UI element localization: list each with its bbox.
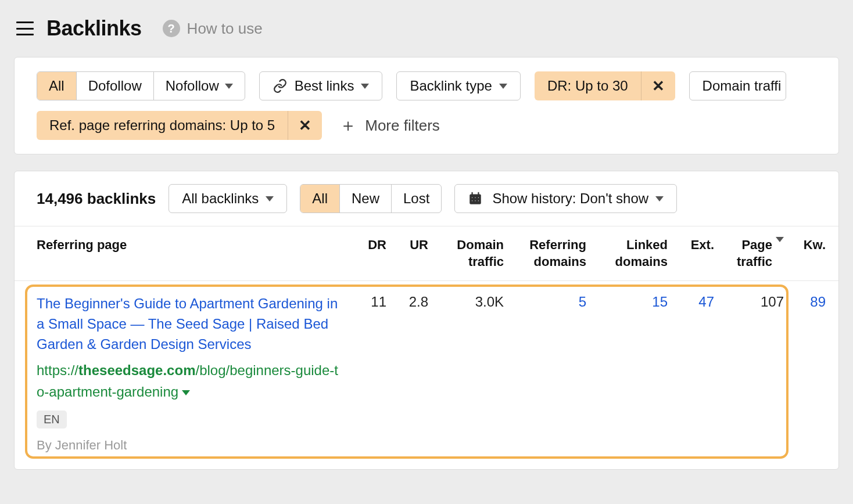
svg-rect-6 bbox=[478, 200, 479, 201]
col-kw[interactable]: Kw. bbox=[791, 226, 833, 280]
referring-page-title-link[interactable]: The Beginner's Guide to Apartment Garden… bbox=[37, 294, 340, 354]
filters-card: All Dofollow Nofollow Best links Backlin… bbox=[14, 57, 839, 154]
status-new-tab[interactable]: New bbox=[339, 185, 391, 213]
plus-icon: ＋ bbox=[339, 117, 357, 134]
dr-filter-label[interactable]: DR: Up to 30 bbox=[535, 71, 641, 100]
backlinks-table-card: 14,496 backlinks All backlinks All New L… bbox=[14, 171, 839, 470]
all-backlinks-label: All backlinks bbox=[182, 190, 259, 207]
follow-type-segmented: All Dofollow Nofollow bbox=[37, 71, 245, 100]
more-filters-label: More filters bbox=[365, 117, 440, 135]
follow-all-tab[interactable]: All bbox=[37, 72, 76, 100]
svg-rect-1 bbox=[471, 197, 473, 199]
close-icon: ✕ bbox=[299, 118, 311, 133]
best-links-filter[interactable]: Best links bbox=[259, 71, 383, 100]
language-badge: EN bbox=[37, 411, 67, 429]
status-lost-tab[interactable]: Lost bbox=[391, 185, 441, 213]
help-icon: ? bbox=[163, 20, 180, 37]
svg-rect-4 bbox=[471, 200, 473, 201]
author-byline: By Jennifer Holt bbox=[37, 438, 340, 453]
ref-domains-filter-label[interactable]: Ref. page referring domains: Up to 5 bbox=[37, 111, 288, 140]
more-filters-button[interactable]: ＋ More filters bbox=[336, 111, 443, 140]
cell-linked-domains[interactable]: 15 bbox=[593, 294, 675, 453]
page-title: Backlinks bbox=[46, 16, 142, 41]
follow-nofollow-tab[interactable]: Nofollow bbox=[153, 72, 245, 100]
col-page-traffic[interactable]: Page traffic bbox=[721, 226, 791, 280]
col-ur[interactable]: UR bbox=[393, 226, 435, 280]
cell-domain-traffic: 3.0K bbox=[435, 294, 511, 453]
close-icon: ✕ bbox=[652, 78, 665, 93]
chevron-down-icon bbox=[361, 84, 369, 89]
backlink-type-filter[interactable]: Backlink type bbox=[396, 71, 520, 100]
status-segmented: All New Lost bbox=[300, 184, 442, 213]
cell-dr: 11 bbox=[352, 294, 393, 453]
how-to-use-label: How to use bbox=[187, 20, 263, 38]
chevron-down-icon bbox=[266, 196, 274, 201]
cell-ur: 2.8 bbox=[393, 294, 435, 453]
sort-caret-icon bbox=[776, 237, 784, 242]
col-domain-traffic[interactable]: Domain traffic bbox=[435, 226, 511, 280]
chevron-down-icon bbox=[499, 84, 507, 89]
table-row: The Beginner's Guide to Apartment Garden… bbox=[15, 281, 838, 453]
svg-rect-5 bbox=[475, 200, 476, 201]
chevron-down-icon bbox=[655, 196, 664, 201]
show-history-dropdown[interactable]: Show history: Don't show bbox=[454, 184, 677, 213]
link-icon bbox=[273, 78, 288, 93]
status-all-tab[interactable]: All bbox=[300, 185, 339, 213]
cell-kw[interactable]: 89 bbox=[791, 294, 833, 453]
domain-traffic-filter-label: Domain traffi bbox=[703, 78, 782, 94]
menu-hamburger-icon[interactable] bbox=[16, 21, 34, 35]
col-ext[interactable]: Ext. bbox=[675, 226, 721, 280]
cell-page-traffic: 107 bbox=[721, 294, 791, 453]
col-dr[interactable]: DR bbox=[352, 226, 393, 280]
follow-dofollow-tab[interactable]: Dofollow bbox=[76, 72, 153, 100]
url-host: theseedsage.com bbox=[78, 362, 195, 378]
col-linked-domains[interactable]: Linked domains bbox=[593, 226, 675, 280]
svg-rect-2 bbox=[475, 197, 476, 199]
cell-ext[interactable]: 47 bbox=[675, 294, 721, 453]
ref-domains-filter-chip: Ref. page referring domains: Up to 5 ✕ bbox=[37, 111, 322, 140]
ref-domains-filter-remove-button[interactable]: ✕ bbox=[288, 111, 322, 140]
chevron-down-icon bbox=[225, 84, 233, 89]
dr-filter-remove-button[interactable]: ✕ bbox=[641, 71, 675, 100]
backlinks-count: 14,496 backlinks bbox=[37, 190, 156, 208]
col-referring-domains[interactable]: Referring domains bbox=[511, 226, 593, 280]
best-links-label: Best links bbox=[295, 78, 354, 94]
dr-filter-chip: DR: Up to 30 ✕ bbox=[535, 71, 675, 100]
url-prefix: https:// bbox=[37, 362, 78, 378]
all-backlinks-dropdown[interactable]: All backlinks bbox=[169, 184, 287, 213]
how-to-use-link[interactable]: ? How to use bbox=[163, 20, 263, 38]
domain-traffic-filter[interactable]: Domain traffi bbox=[689, 71, 787, 100]
backlink-type-label: Backlink type bbox=[410, 78, 492, 94]
cell-referring-domains[interactable]: 5 bbox=[511, 294, 593, 453]
svg-rect-3 bbox=[478, 197, 479, 199]
table-header: Referring page DR UR Domain traffic Refe… bbox=[15, 226, 838, 281]
col-page-traffic-label: Page traffic bbox=[728, 237, 772, 270]
follow-nofollow-label: Nofollow bbox=[166, 78, 219, 94]
url-caret-icon[interactable] bbox=[182, 390, 190, 395]
show-history-label: Show history: Don't show bbox=[492, 190, 648, 207]
calendar-icon bbox=[468, 191, 483, 206]
col-referring-page[interactable]: Referring page bbox=[15, 226, 352, 280]
